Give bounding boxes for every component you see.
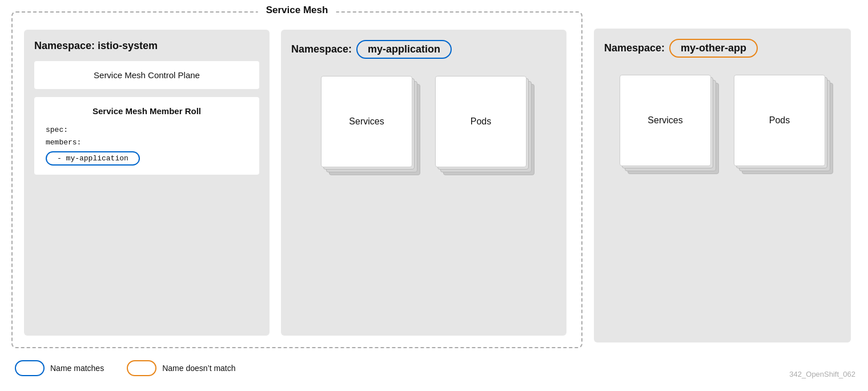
ns-label-other: Namespace: <box>604 42 665 54</box>
myapp-services-stack: Services <box>321 76 412 167</box>
other-pods-stack: Pods <box>734 75 825 166</box>
legend: Name matches Name doesn’t match <box>15 360 236 376</box>
myapp-pods-card: Pods <box>435 76 527 167</box>
member-roll-card: Service Mesh Member Roll spec: members: … <box>34 97 259 175</box>
legend-oval-blue <box>15 360 45 376</box>
other-services-label: Services <box>648 115 682 126</box>
myapp-services-card: Services <box>321 76 412 167</box>
layout-root: Service Mesh Namespace: istio-system Ser… <box>0 0 868 391</box>
myapp-pods-stack: Pods <box>435 76 527 167</box>
watermark: 342_OpenShift_062 <box>789 370 855 378</box>
other-cards-area: Services Pods <box>604 75 841 178</box>
ns-header-istio: Namespace: istio-system <box>34 40 259 52</box>
myapp-pods-label: Pods <box>471 116 491 127</box>
other-pods-card: Pods <box>734 75 825 166</box>
ns-label-myapp: Namespace: <box>291 43 352 55</box>
member-app-inline-badge: - my-application <box>46 151 140 166</box>
ns-badge-myapp: my-application <box>356 40 452 59</box>
code-line-members: members: <box>46 136 248 149</box>
member-roll-title: Service Mesh Member Roll <box>46 106 248 116</box>
code-line-spec: spec: <box>46 124 248 136</box>
control-plane-card: Service Mesh Control Plane <box>34 61 259 89</box>
myapp-cards-area: Services Pods <box>291 76 556 179</box>
legend-item-no-match: Name doesn’t match <box>127 360 235 376</box>
ns-header-other: Namespace: my-other-app <box>604 39 841 58</box>
other-pods-label: Pods <box>769 115 790 126</box>
other-services-stack: Services <box>620 75 711 166</box>
ns-label-istio: Namespace: istio-system <box>34 40 158 52</box>
legend-item-matches: Name matches <box>15 360 104 376</box>
other-services-card: Services <box>620 75 711 166</box>
service-mesh-title: Service Mesh <box>258 5 336 16</box>
legend-label-no-match: Name doesn’t match <box>162 364 235 373</box>
namespace-panel-istio: Namespace: istio-system Service Mesh Con… <box>24 30 270 336</box>
member-roll-code: spec: members: <box>46 124 248 149</box>
control-plane-text: Service Mesh Control Plane <box>94 70 200 80</box>
legend-oval-orange <box>127 360 156 376</box>
ns-badge-other: my-other-app <box>669 39 758 58</box>
namespace-panel-myapp: Namespace: my-application Services <box>281 30 566 336</box>
service-mesh-box: Service Mesh Namespace: istio-system Ser… <box>11 11 582 348</box>
legend-label-matches: Name matches <box>50 364 104 373</box>
myapp-services-label: Services <box>349 116 384 127</box>
ns-header-myapp: Namespace: my-application <box>291 40 556 59</box>
namespace-panel-other: Namespace: my-other-app Services Pods <box>594 29 851 342</box>
